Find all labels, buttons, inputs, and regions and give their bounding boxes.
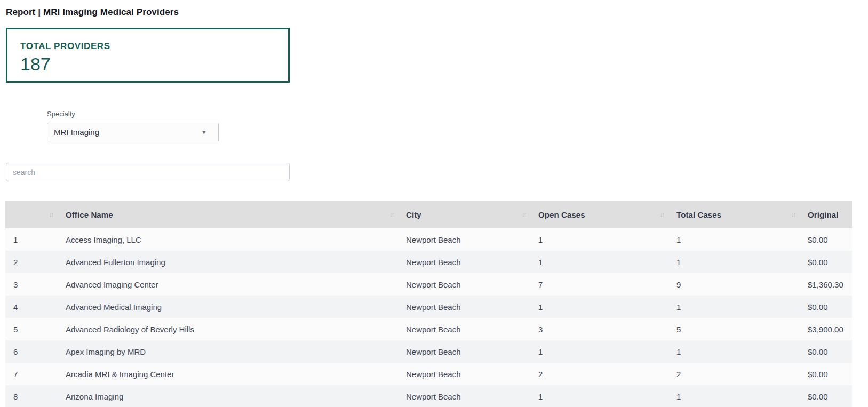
city-cell: Newport Beach (381, 296, 513, 318)
column-header-index[interactable] (5, 201, 41, 228)
table-row: 1 Access Imaging, LLC Newport Beach 1 1 … (5, 228, 852, 251)
sort-icon: ↓↑ (389, 211, 397, 218)
total-cases-cell: 1 (651, 296, 783, 318)
open-cases-cell: 1 (513, 228, 651, 251)
column-header-original[interactable]: ↓↑ Original (783, 201, 852, 228)
chevron-down-icon: ▾ (202, 128, 218, 136)
table-row: 6 Apex Imaging by MRD Newport Beach 1 1 … (5, 340, 852, 363)
total-cases-cell: 1 (651, 228, 783, 251)
table-header: ↓↑ Office Name ↓↑ City ↓↑ Open Cas (5, 201, 852, 228)
row-index: 5 (5, 318, 41, 340)
sort-icon: ↓↑ (660, 211, 667, 218)
open-cases-cell: 7 (513, 273, 651, 296)
row-index: 2 (5, 251, 41, 273)
city-cell: Newport Beach (381, 385, 513, 407)
specialty-filter: Specialty MRI Imaging ▾ (47, 110, 219, 141)
column-header-total-cases[interactable]: ↓↑ Total Cases (651, 201, 783, 228)
table-row: 7 Arcadia MRI & Imaging Center Newport B… (5, 363, 852, 385)
city-cell: Newport Beach (381, 228, 513, 251)
total-cases-cell: 5 (651, 318, 783, 340)
total-cases-cell: 9 (651, 273, 783, 296)
sort-icon: ↓↑ (522, 211, 529, 218)
original-cell: $0.00 (783, 385, 852, 407)
sort-icon: ↓↑ (49, 211, 57, 218)
open-cases-cell: 1 (513, 251, 651, 273)
city-cell: Newport Beach (381, 273, 513, 296)
column-header-original-label: Original (808, 210, 838, 219)
specialty-select[interactable]: MRI Imaging ▾ (47, 123, 219, 141)
city-cell: Newport Beach (381, 318, 513, 340)
original-cell: $0.00 (783, 296, 852, 318)
city-cell: Newport Beach (381, 251, 513, 273)
total-cases-cell: 1 (651, 385, 783, 407)
total-cases-cell: 1 (651, 251, 783, 273)
table-row: 8 Arizona Imaging Newport Beach 1 1 $0.0… (5, 385, 852, 407)
specialty-label: Specialty (47, 110, 219, 118)
original-cell: $0.00 (783, 228, 852, 251)
city-cell: Newport Beach (381, 363, 513, 385)
providers-table: ↓↑ Office Name ↓↑ City ↓↑ Open Cas (5, 201, 852, 407)
original-cell: $3,900.00 (783, 318, 852, 340)
original-cell: $0.00 (783, 340, 852, 363)
total-cases-cell: 1 (651, 340, 783, 363)
office-name-cell: Advanced Medical Imaging (41, 296, 381, 318)
table-row: 5 Advanced Radiology of Beverly Hills Ne… (5, 318, 852, 340)
open-cases-cell: 1 (513, 296, 651, 318)
row-index: 8 (5, 385, 41, 407)
total-cases-cell: 2 (651, 363, 783, 385)
row-index: 1 (5, 228, 41, 251)
total-providers-card: TOTAL PROVIDERS 187 (6, 28, 290, 83)
original-cell: $0.00 (783, 363, 852, 385)
row-index: 3 (5, 273, 41, 296)
table-row: 3 Advanced Imaging Center Newport Beach … (5, 273, 852, 296)
office-name-cell: Apex Imaging by MRD (41, 340, 381, 363)
sort-icon: ↓↑ (791, 211, 799, 218)
open-cases-cell: 3 (513, 318, 651, 340)
page-title: Report | MRI Imaging Medical Providers (6, 7, 179, 18)
report-page: Report | MRI Imaging Medical Providers T… (0, 0, 868, 407)
total-providers-label: TOTAL PROVIDERS (20, 41, 288, 52)
table-row: 4 Advanced Medical Imaging Newport Beach… (5, 296, 852, 318)
row-index: 4 (5, 296, 41, 318)
column-header-city-label: City (406, 210, 421, 219)
office-name-cell: Access Imaging, LLC (41, 228, 381, 251)
total-providers-value: 187 (20, 54, 288, 75)
office-name-cell: Advanced Radiology of Beverly Hills (41, 318, 381, 340)
specialty-selected-value: MRI Imaging (47, 127, 202, 137)
original-cell: $0.00 (783, 251, 852, 273)
table-body: 1 Access Imaging, LLC Newport Beach 1 1 … (5, 228, 852, 407)
column-header-open-cases-label: Open Cases (538, 210, 585, 219)
row-index: 7 (5, 363, 41, 385)
column-header-office-name-label: Office Name (66, 210, 113, 219)
office-name-cell: Arcadia MRI & Imaging Center (41, 363, 381, 385)
table-row: 2 Advanced Fullerton Imaging Newport Bea… (5, 251, 852, 273)
open-cases-cell: 2 (513, 363, 651, 385)
column-header-office-name[interactable]: ↓↑ Office Name (41, 201, 381, 228)
search-input[interactable] (6, 163, 290, 181)
office-name-cell: Arizona Imaging (41, 385, 381, 407)
column-header-city[interactable]: ↓↑ City (381, 201, 513, 228)
row-index: 6 (5, 340, 41, 363)
office-name-cell: Advanced Fullerton Imaging (41, 251, 381, 273)
office-name-cell: Advanced Imaging Center (41, 273, 381, 296)
city-cell: Newport Beach (381, 340, 513, 363)
column-header-total-cases-label: Total Cases (676, 210, 721, 219)
original-cell: $1,360.30 (783, 273, 852, 296)
open-cases-cell: 1 (513, 340, 651, 363)
column-header-open-cases[interactable]: ↓↑ Open Cases (513, 201, 651, 228)
open-cases-cell: 1 (513, 385, 651, 407)
